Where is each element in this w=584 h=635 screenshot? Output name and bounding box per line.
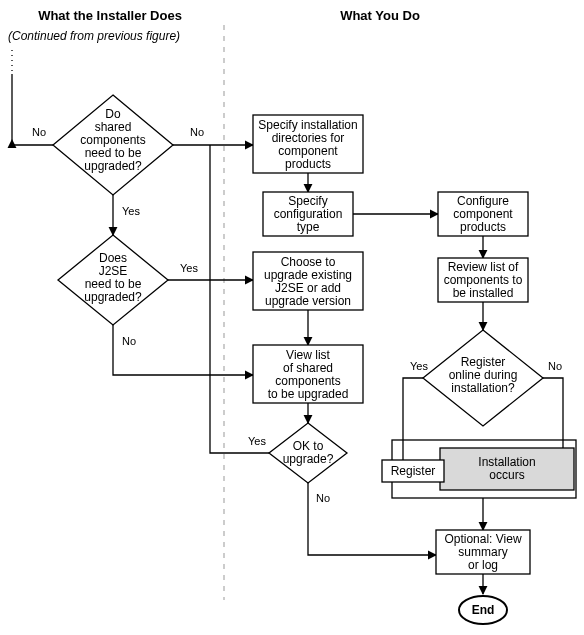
process-choose-j2se-upgrade: Choose toupgrade existingJ2SE or addupgr… [253, 252, 363, 310]
edge-d3-yes: Yes [248, 435, 266, 447]
terminator-end: End [459, 596, 507, 624]
process-specify-directories: Specify installationdirectories forcompo… [253, 115, 363, 173]
process-configure-products: Configurecomponentproducts [438, 192, 528, 236]
process-view-shared-upgrades: View listof sharedcomponentsto be upgrad… [253, 345, 363, 403]
process-installation-occurs: Installationoccurs [440, 448, 574, 490]
edge-d4-yes: Yes [410, 360, 428, 372]
header-left: What the Installer Does [38, 8, 182, 23]
svg-text:Review list ofcomponents tobe : Review list ofcomponents tobe installed [444, 260, 523, 300]
header-right: What You Do [340, 8, 420, 23]
edge-d1-no-right: No [190, 126, 204, 138]
decision-register-online: Registeronline duringinstallation? [423, 330, 543, 426]
edge-d2-yes: Yes [180, 262, 198, 274]
svg-text:Register: Register [391, 464, 436, 478]
edge-d4-no: No [548, 360, 562, 372]
decision-ok-to-upgrade: OK toupgrade? [269, 423, 347, 483]
svg-text:Configurecomponentproducts: Configurecomponentproducts [453, 194, 513, 234]
edge-d3-no: No [316, 492, 330, 504]
process-review-components: Review list ofcomponents tobe installed [438, 258, 528, 302]
decision-shared-components-upgrade: Dosharedcomponentsneed to beupgraded? [53, 95, 173, 195]
process-optional-summary: Optional: Viewsummaryor log [436, 530, 530, 574]
edge-d2-no: No [122, 335, 136, 347]
process-specify-config-type: Specifyconfigurationtype [263, 192, 353, 236]
decision-j2se-upgrade: DoesJ2SEneed to beupgraded? [58, 235, 168, 325]
flowchart-diagram: What the Installer Does What You Do (Con… [0, 0, 584, 635]
svg-text:End: End [472, 603, 495, 617]
edge-d1-no: No [32, 126, 46, 138]
continued-note: (Continued from previous figure) [8, 29, 180, 43]
process-register: Register [382, 460, 444, 482]
edge-d1-yes: Yes [122, 205, 140, 217]
